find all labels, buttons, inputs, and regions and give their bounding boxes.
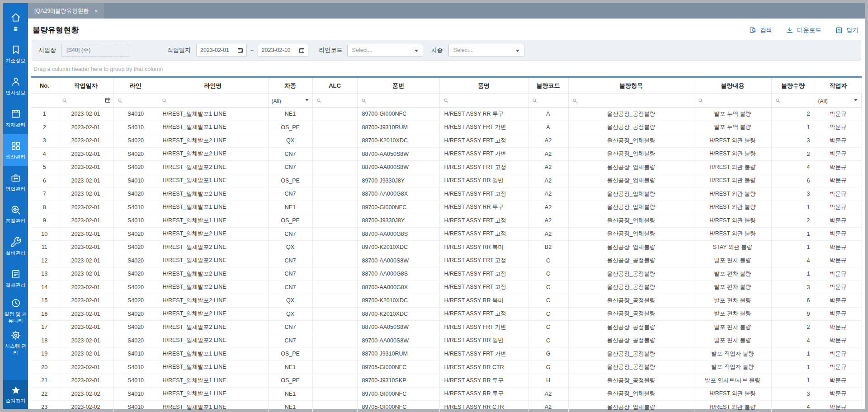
cell-part-no[interactable]: 88700-AA000G8S: [357, 227, 439, 241]
cell-alc[interactable]: [312, 374, 357, 388]
cell-line-name[interactable]: H/REST_일체발포2 LINE: [158, 161, 268, 174]
cell-defect-content[interactable]: H/REST 외관 불량: [694, 161, 771, 174]
table-row[interactable]: 3 2023-02-01 S4020 H/REST_일체발포2 LINE QX …: [31, 134, 862, 148]
date-from-input[interactable]: 2023-02-01: [196, 44, 247, 57]
filter-line[interactable]: [113, 94, 158, 108]
cell-model[interactable]: CN7: [268, 321, 312, 334]
cell-part-name[interactable]: H/REST ASSY FRT 고정: [439, 254, 528, 267]
cell-line-name[interactable]: H/REST_일체발포2 LINE: [158, 307, 268, 321]
cell-part-no[interactable]: 88700-J9310RUM: [357, 347, 439, 361]
cell-defect-content[interactable]: 발포 편차 불량: [694, 321, 771, 334]
calendar-icon[interactable]: [298, 47, 305, 54]
calendar-icon[interactable]: [104, 97, 111, 103]
table-row[interactable]: 21 2023-02-01 S4010 H/REST_일체발포1 LINE OS…: [31, 374, 862, 388]
cell-defect-qty[interactable]: 3: [771, 187, 815, 201]
cell-worker[interactable]: 박문규: [815, 321, 862, 334]
cell-workdate[interactable]: 2023-02-01: [58, 347, 113, 361]
cell-alc[interactable]: [312, 121, 357, 134]
cell-workdate[interactable]: 2023-02-01: [58, 187, 113, 201]
tab-close-icon[interactable]: ×: [94, 8, 98, 14]
cell-defect-content[interactable]: 발포 누액 불량: [694, 108, 771, 121]
col-line-name[interactable]: 라인명: [158, 78, 268, 94]
cell-worker[interactable]: 박문규: [815, 281, 862, 294]
filter-line-name[interactable]: [158, 94, 268, 108]
cell-defect-content[interactable]: 발포 편차 불량: [694, 334, 771, 347]
cell-line-name[interactable]: H/REST_일체발포2 LINE: [158, 267, 268, 281]
cell-workdate[interactable]: 2023-02-01: [58, 161, 113, 174]
date-to-input[interactable]: 2023-02-10: [258, 44, 308, 57]
cell-workdate[interactable]: 2023-02-01: [58, 214, 113, 228]
cell-line[interactable]: S4010: [113, 401, 158, 412]
cell-defect-content[interactable]: STAY 외관 불량: [694, 241, 771, 254]
cell-workdate[interactable]: 2023-02-01: [58, 360, 113, 374]
cell-part-name[interactable]: H/REST ASSY FRT 고정: [439, 307, 528, 321]
cell-defect-qty[interactable]: 3: [771, 387, 815, 401]
cell-defect-content[interactable]: 발포 편차 불량: [694, 307, 771, 321]
cell-alc[interactable]: [312, 187, 357, 201]
cell-defect-code[interactable]: A2: [528, 161, 568, 174]
cell-part-name[interactable]: H/REST ASSY FRT 고정: [439, 134, 528, 148]
cell-line-name[interactable]: H/REST_일체발포1 LINE: [158, 201, 268, 214]
cell-defect-content[interactable]: 발포 인서트/서브 불량: [694, 374, 771, 388]
cell-alc[interactable]: [312, 214, 357, 228]
col-defect-item[interactable]: 불량항목: [568, 78, 694, 94]
model-select[interactable]: Select...: [448, 44, 524, 57]
sidebar-item-home[interactable]: 홈: [3, 6, 28, 38]
cell-line[interactable]: S4020: [113, 267, 158, 281]
cell-defect-code[interactable]: B2: [528, 241, 568, 254]
table-row[interactable]: 14 2023-02-01 S4020 H/REST_일체발포2 LINE CN…: [31, 281, 862, 294]
sidebar-item-hr[interactable]: 인사정보: [3, 70, 28, 102]
cell-part-name[interactable]: H/REST ASSY RR 투구: [439, 387, 528, 401]
filter-defect-item[interactable]: [568, 94, 694, 108]
cell-defect-code[interactable]: A: [528, 108, 568, 121]
cell-line[interactable]: S4010: [113, 347, 158, 361]
cell-alc[interactable]: [312, 147, 357, 161]
cell-model[interactable]: NE1: [268, 108, 312, 121]
cell-alc[interactable]: [312, 307, 357, 321]
cell-defect-content[interactable]: H/REST 외관 불량: [694, 227, 771, 241]
col-no[interactable]: No.: [31, 78, 58, 94]
cell-part-name[interactable]: H/REST ASSY FRT 고정: [439, 161, 528, 174]
col-defect-code[interactable]: 불량코드: [528, 78, 568, 94]
linecode-select[interactable]: Select...: [347, 44, 423, 57]
cell-workdate[interactable]: 2023-02-01: [58, 108, 113, 121]
cell-part-no[interactable]: 89700-J9310SKP: [357, 374, 439, 388]
cell-alc[interactable]: [312, 241, 357, 254]
cell-line[interactable]: S4010: [113, 201, 158, 214]
cell-defect-item[interactable]: 울산공장_공정불량: [568, 254, 694, 267]
cell-defect-qty[interactable]: 1: [771, 347, 815, 361]
cell-alc[interactable]: [312, 201, 357, 214]
cell-defect-qty[interactable]: 9: [771, 307, 815, 321]
cell-defect-content[interactable]: H/REST 외관 불량: [694, 387, 771, 401]
cell-no[interactable]: 4: [31, 147, 58, 161]
cell-worker[interactable]: 박문규: [815, 227, 862, 241]
cell-defect-content[interactable]: 발포 편차 불량: [694, 254, 771, 267]
cell-workdate[interactable]: 2023-02-01: [58, 267, 113, 281]
col-worker[interactable]: 작업자: [815, 78, 862, 94]
cell-defect-code[interactable]: A2: [528, 214, 568, 228]
cell-part-no[interactable]: 89700-J9330J8Y: [357, 174, 439, 187]
cell-line-name[interactable]: H/REST_일체발포1 LINE: [158, 108, 268, 121]
cell-worker[interactable]: 박문규: [815, 374, 862, 388]
cell-no[interactable]: 1: [31, 108, 58, 121]
filter-defect-qty[interactable]: [771, 94, 815, 108]
cell-line-name[interactable]: H/REST_일체발포1 LINE: [158, 121, 268, 134]
cell-no[interactable]: 21: [31, 374, 58, 388]
col-model[interactable]: 차종: [268, 78, 312, 94]
cell-part-name[interactable]: H/REST ASSY FRT 고정: [439, 227, 528, 241]
cell-line-name[interactable]: H/REST_일체발포1 LINE: [158, 374, 268, 388]
cell-defect-item[interactable]: 울산공장_업체불량: [568, 401, 694, 412]
filter-workdate[interactable]: [58, 94, 113, 108]
cell-worker[interactable]: 박문규: [815, 254, 862, 267]
sidebar-item-production[interactable]: 생산관리: [3, 134, 28, 166]
cell-defect-content[interactable]: H/REST 외관 불량: [694, 214, 771, 228]
cell-workdate[interactable]: 2023-02-01: [58, 147, 113, 161]
cell-defect-item[interactable]: 울산공장_공정불량: [568, 321, 694, 334]
cell-model[interactable]: NE1: [268, 360, 312, 374]
cell-workdate[interactable]: 2023-02-01: [58, 241, 113, 254]
cell-defect-content[interactable]: 발포 편차 불량: [694, 294, 771, 308]
table-row[interactable]: 13 2023-02-01 S4020 H/REST_일체발포2 LINE CN…: [31, 267, 862, 281]
sidebar-item-sales[interactable]: 영업관리: [3, 166, 28, 198]
table-row[interactable]: 7 2023-02-01 S4020 H/REST_일체발포2 LINE CN7…: [31, 187, 862, 201]
cell-defect-qty[interactable]: 3: [771, 281, 815, 294]
